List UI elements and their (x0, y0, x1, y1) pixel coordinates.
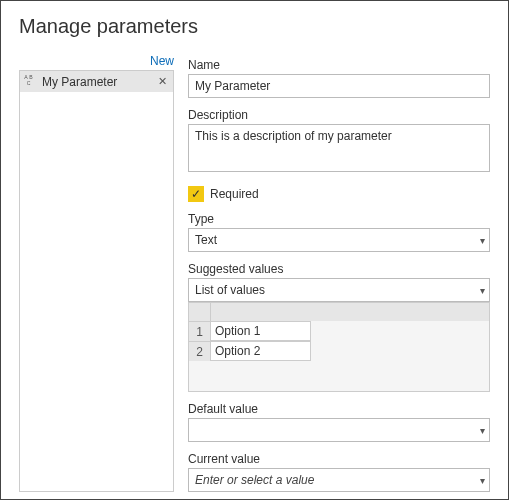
row-index: 2 (189, 341, 211, 361)
remove-parameter-icon[interactable]: ✕ (156, 75, 169, 88)
parameters-sidebar: New A B C My Parameter ✕ (19, 54, 174, 492)
row-value-cell[interactable]: Option 1 (211, 321, 311, 341)
type-select[interactable]: Text ▾ (188, 228, 490, 252)
list-grid-header (189, 303, 489, 321)
default-value-label: Default value (188, 402, 490, 416)
list-values-editor: 1 Option 1 2 Option 2 (188, 302, 490, 392)
type-value: Text (195, 233, 217, 247)
description-input[interactable] (188, 124, 490, 172)
svg-text:B: B (29, 74, 33, 80)
svg-text:A: A (24, 74, 28, 80)
manage-parameters-dialog: Manage parameters New A B C My Parameter (1, 1, 508, 499)
text-parameter-icon: A B C (24, 74, 38, 89)
name-label: Name (188, 58, 490, 72)
current-value-select[interactable]: Enter or select a value ▾ (188, 468, 490, 492)
sidebar-header: New (19, 54, 174, 70)
parameter-form: Name Description ✓ Required Type Text ▾ … (188, 54, 490, 492)
chevron-down-icon: ▾ (480, 235, 485, 246)
svg-text:C: C (27, 80, 31, 86)
name-input[interactable] (188, 74, 490, 98)
required-label: Required (210, 187, 259, 201)
dialog-title: Manage parameters (19, 15, 490, 38)
row-value-cell[interactable]: Option 2 (211, 341, 311, 361)
list-row: 1 Option 1 (189, 321, 489, 341)
list-row: 2 Option 2 (189, 341, 489, 361)
new-parameter-link[interactable]: New (150, 54, 174, 68)
required-row: ✓ Required (188, 186, 490, 202)
suggested-values-select[interactable]: List of values ▾ (188, 278, 490, 302)
current-value-placeholder: Enter or select a value (195, 473, 314, 487)
required-checkbox[interactable]: ✓ (188, 186, 204, 202)
chevron-down-icon: ▾ (480, 425, 485, 436)
parameter-item-label: My Parameter (42, 75, 152, 89)
parameter-item[interactable]: A B C My Parameter ✕ (20, 71, 173, 92)
dialog-body: New A B C My Parameter ✕ Nam (19, 54, 490, 492)
parameter-list: A B C My Parameter ✕ (19, 70, 174, 492)
type-label: Type (188, 212, 490, 226)
chevron-down-icon: ▾ (480, 475, 485, 486)
suggested-values-label: Suggested values (188, 262, 490, 276)
row-index: 1 (189, 321, 211, 341)
current-value-label: Current value (188, 452, 490, 466)
chevron-down-icon: ▾ (480, 285, 485, 296)
suggested-values-value: List of values (195, 283, 265, 297)
description-label: Description (188, 108, 490, 122)
default-value-select[interactable]: ▾ (188, 418, 490, 442)
